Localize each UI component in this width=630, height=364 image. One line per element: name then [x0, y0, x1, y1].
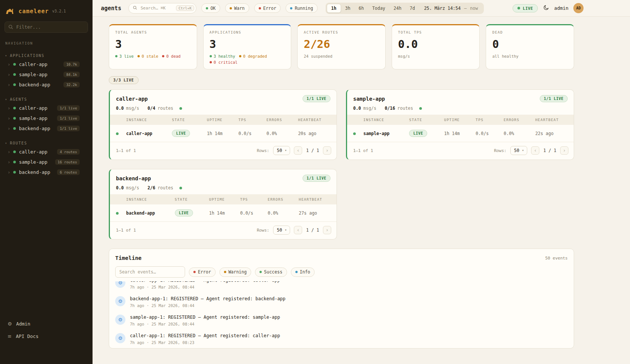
detail-text: 3 healthy [214, 54, 235, 58]
range-button-7d[interactable]: 7d [406, 4, 419, 12]
col-tps: TPS [235, 115, 262, 125]
main-area: agents Search… ⌘K Ctrl+K OK Warn [93, 0, 630, 364]
chevron-down-icon: ▾ [5, 98, 7, 101]
rows-value: 50 [277, 227, 282, 233]
timeline-event[interactable]: ⚙ caller-app-1: REGISTERED — Agent regis… [115, 281, 568, 293]
timeline-filter-warning[interactable]: Warning [219, 267, 251, 277]
routes-label: routes [158, 106, 173, 111]
sidebar-item-agents-caller-app[interactable]: › caller-app 1/1 live [0, 103, 93, 113]
pill-label: Warning [229, 269, 247, 275]
filter-pill-warn[interactable]: Warn [225, 3, 249, 13]
topbar: agents Search… ⌘K Ctrl+K OK Warn [93, 0, 630, 17]
avatar[interactable]: AD [573, 3, 584, 13]
next-page-button[interactable]: › [323, 146, 331, 155]
app-stats: 0.0 msg/s 2/6 routes [110, 185, 337, 194]
rate-value: 0.0 [353, 106, 361, 111]
rows-per-page-select[interactable]: 50 ▾ [273, 146, 290, 155]
timeline-search-input[interactable] [115, 266, 185, 278]
stat-subtitle: 24 suspended [304, 54, 379, 58]
sidebar-item-agents-backend-app[interactable]: › backend-app 1/1 live [0, 123, 93, 134]
next-page-button[interactable]: › [323, 226, 331, 234]
page-title: agents [101, 5, 121, 12]
rows-per-page-select[interactable]: 50 ▾ [510, 146, 527, 155]
sidebar-item-applications-sample-app[interactable]: › sample-app 84.1k [0, 69, 93, 80]
cell-instance: sample-app [360, 125, 405, 142]
apps-grid: caller-app 1/1 LIVE 0.0 msg/s 0/4 routes [109, 89, 574, 240]
pill-label: Warn [234, 6, 245, 11]
sidebar-item-applications-backend-app[interactable]: › backend-app 32.2k [0, 80, 93, 90]
search-shortcut-badge: Ctrl+K [176, 5, 194, 11]
timeline-filter-info[interactable]: Info [291, 267, 315, 277]
sidebar-item-admin[interactable]: ⚙ Admin [4, 318, 89, 330]
rows-per-page-select[interactable]: 50 ▾ [273, 226, 290, 235]
prev-page-button[interactable]: ‹ [294, 146, 302, 155]
timeline-event[interactable]: ⚙ caller-app-1: REGISTERED — Agent regis… [115, 330, 568, 348]
table-row[interactable]: sample-app LIVE 1h 14m 0.0/s 0.0% 22s ag… [347, 125, 574, 142]
section-header-applications[interactable]: ▾ APPLICATIONS [0, 52, 93, 59]
filter-pill-ok[interactable]: OK [201, 3, 220, 13]
timeline-event[interactable]: ⚙ backend-app-1: REGISTERED — Agent regi… [115, 293, 568, 311]
sidebar-filter-input[interactable] [5, 22, 88, 33]
app-card-title[interactable]: sample-app [353, 96, 385, 102]
section-label: APPLICATIONS [10, 54, 44, 58]
section-header-agents[interactable]: ▾ AGENTS [0, 96, 93, 103]
timeline-filter-success[interactable]: Success [255, 267, 287, 277]
sidebar-item-agents-sample-app[interactable]: › sample-app 1/1 live [0, 113, 93, 123]
status-dot [13, 83, 16, 86]
range-button-today[interactable]: Today [368, 4, 389, 12]
range-button-1h[interactable]: 1h [327, 4, 341, 13]
global-search[interactable]: Search… ⌘K Ctrl+K [128, 3, 196, 14]
live-status-toggle[interactable]: LIVE [513, 4, 538, 12]
table-row[interactable]: backend-app LIVE 1h 14m 0.0/s 0.0% 27s a… [110, 204, 337, 222]
dark-mode-toggle[interactable] [543, 5, 549, 12]
pill-label: Error [263, 6, 276, 11]
range-button-3h[interactable]: 3h [341, 4, 355, 12]
section-header-routes[interactable]: ▾ ROUTES [0, 140, 93, 147]
rows-value: 50 [277, 148, 282, 153]
date-range-display[interactable]: 25. März 14:54 — now [419, 6, 483, 11]
range-button-24h[interactable]: 24h [389, 4, 406, 12]
app-card-title[interactable]: backend-app [116, 175, 151, 181]
filter-pill-running[interactable]: Running [286, 3, 317, 13]
page-indicator: 1 / 1 [306, 227, 319, 233]
instances-table: INSTANCE STATE UPTIME TPS ERRORS HEARTBE… [347, 115, 574, 142]
rows-label: Rows: [494, 148, 506, 153]
status-dot [13, 151, 16, 153]
event-timestamp: 7h ago · 25 Mar 2026, 08:44 [130, 303, 286, 308]
status-dot [13, 107, 16, 109]
sidebar-item-api-docs[interactable]: ≡ API Docs [4, 330, 89, 342]
sidebar-item-routes-sample-app[interactable]: › sample-app 16 routes [0, 157, 93, 167]
filter-pill-error[interactable]: Error [254, 3, 281, 13]
col-uptime: UPTIME [205, 194, 236, 204]
timeline-filter-error[interactable]: Error [189, 267, 216, 277]
app-stats: 0.0 msg/s 0/4 routes [110, 106, 337, 115]
timeline-event[interactable]: ⚙ sample-app-1: REGISTERED — Agent regis… [115, 311, 568, 330]
chevron-down-icon: ▾ [522, 149, 524, 152]
warning-dot [224, 271, 226, 273]
prev-page-button[interactable]: ‹ [531, 146, 539, 155]
sidebar-item-routes-backend-app[interactable]: › backend-app 6 routes [0, 167, 93, 177]
logo[interactable]: cameleer v3.2.1 [0, 5, 93, 22]
chevron-right-icon: › [8, 72, 10, 77]
stat-title: TOTAL TPS [398, 30, 474, 34]
pill-label: OK [210, 6, 216, 11]
sidebar-item-applications-caller-app[interactable]: › caller-app 10.7k [0, 59, 93, 69]
section-label: AGENTS [10, 97, 27, 101]
live-dot [517, 7, 520, 9]
sidebar-item-routes-caller-app[interactable]: › caller-app 4 routes [0, 147, 93, 157]
pill-label: Error [198, 269, 211, 275]
rate-unit: msg/s [363, 106, 377, 111]
range-button-6h[interactable]: 6h [355, 4, 368, 12]
table-footer: 1–1 of 1 Rows: 50 ▾ ‹ 1 / 1 › [110, 142, 337, 160]
pill-label: Info [300, 269, 310, 275]
live-dot [115, 55, 117, 57]
next-page-button[interactable]: › [560, 146, 568, 155]
state-badge: LIVE [409, 130, 427, 137]
table-row[interactable]: caller-app LIVE 1h 14m 0.0/s 0.0% 20s ag… [110, 125, 337, 142]
app-stats: 0.0 msg/s 0/16 routes [347, 106, 574, 115]
live-label: LIVE [523, 6, 533, 11]
status-dot [116, 212, 119, 215]
prev-page-button[interactable]: ‹ [294, 226, 302, 234]
app-card-title[interactable]: caller-app [116, 96, 148, 102]
nav-item-badge: 4 routes [57, 149, 80, 155]
